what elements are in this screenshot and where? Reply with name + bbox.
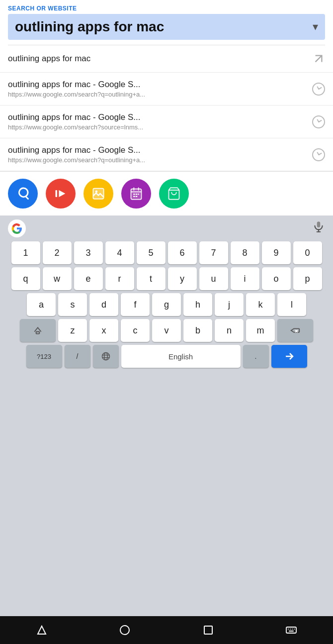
- suggestion-url: https://www.google.com/search?q=outlinin…: [8, 91, 266, 98]
- svg-marker-28: [38, 626, 46, 634]
- key-3[interactable]: 3: [74, 241, 103, 264]
- suggestion-list: outlining apps for mac outlining apps fo…: [0, 45, 333, 171]
- key-7[interactable]: 7: [199, 241, 228, 264]
- suggestion-item[interactable]: outlining apps for mac: [0, 45, 333, 73]
- key-b[interactable]: b: [183, 319, 212, 342]
- key-8[interactable]: 8: [231, 241, 259, 264]
- key-t[interactable]: t: [137, 267, 166, 290]
- key-n[interactable]: n: [215, 319, 244, 342]
- suggestion-item[interactable]: outlining apps for mac - Google S... htt…: [0, 138, 333, 171]
- number-row: 1 2 3 4 5 6 7 8 9 0: [4, 241, 329, 264]
- key-h[interactable]: h: [183, 293, 212, 316]
- svg-point-24: [104, 353, 107, 360]
- suggestion-text-block: outlining apps for mac - Google S... htt…: [8, 112, 306, 131]
- suggestion-text-block: outlining apps for mac: [8, 54, 306, 64]
- key-m[interactable]: m: [246, 319, 275, 342]
- svg-point-29: [120, 626, 129, 635]
- key-d[interactable]: d: [89, 293, 118, 316]
- search-label: SEARCH OR WEBSITE: [8, 5, 325, 12]
- globe-key[interactable]: [93, 345, 119, 368]
- svg-rect-31: [286, 627, 296, 633]
- keyboard-area: 1 2 3 4 5 6 7 8 9 0 q w e r t y u i o p …: [0, 215, 333, 616]
- space-key[interactable]: English: [121, 345, 241, 368]
- key-g[interactable]: g: [152, 293, 181, 316]
- key-a[interactable]: a: [27, 293, 56, 316]
- nav-back[interactable]: [30, 618, 54, 642]
- svg-rect-2: [56, 190, 58, 197]
- key-6[interactable]: 6: [168, 241, 197, 264]
- key-e[interactable]: e: [74, 267, 103, 290]
- suggestion-main-text: outlining apps for mac - Google S...: [8, 112, 306, 122]
- quick-action-search[interactable]: [8, 179, 38, 209]
- quick-action-video[interactable]: [46, 179, 76, 209]
- search-input-row[interactable]: outlining apps for mac ▾: [8, 14, 325, 40]
- enter-key[interactable]: [271, 345, 307, 368]
- nav-recent[interactable]: [196, 618, 220, 642]
- key-y[interactable]: y: [168, 267, 197, 290]
- svg-marker-1: [59, 190, 66, 197]
- key-1[interactable]: 1: [11, 241, 40, 264]
- suggestion-item[interactable]: outlining apps for mac - Google S... htt…: [0, 73, 333, 106]
- backspace-key[interactable]: [277, 319, 313, 342]
- suggestion-main-text: outlining apps for mac - Google S...: [8, 80, 306, 90]
- asdf-row: a s d f g h j k l: [4, 293, 329, 316]
- key-s[interactable]: s: [58, 293, 87, 316]
- key-5[interactable]: 5: [137, 241, 166, 264]
- zxcv-row: z x c v b n m: [4, 319, 329, 342]
- svg-rect-11: [133, 194, 135, 195]
- key-x[interactable]: x: [89, 319, 118, 342]
- symbol-key[interactable]: ?123: [26, 345, 62, 368]
- mic-icon[interactable]: [312, 220, 325, 237]
- bottom-nav: [0, 616, 333, 644]
- svg-point-5: [95, 191, 98, 193]
- google-logo: [8, 219, 26, 237]
- keyboard-rows: 1 2 3 4 5 6 7 8 9 0 q w e r t y u i o p …: [0, 239, 333, 616]
- svg-rect-20: [36, 332, 40, 334]
- shift-key[interactable]: [20, 319, 56, 342]
- key-o[interactable]: o: [262, 267, 291, 290]
- key-j[interactable]: j: [215, 293, 244, 316]
- key-c[interactable]: c: [121, 319, 150, 342]
- key-p[interactable]: p: [293, 267, 322, 290]
- key-w[interactable]: w: [43, 267, 72, 290]
- suggestion-text-block: outlining apps for mac - Google S... htt…: [8, 145, 306, 164]
- suggestion-main-text: outlining apps for mac - Google S...: [8, 145, 306, 155]
- svg-rect-13: [138, 194, 139, 195]
- svg-rect-14: [133, 196, 135, 197]
- key-i[interactable]: i: [231, 267, 259, 290]
- key-k[interactable]: k: [246, 293, 275, 316]
- search-input-text[interactable]: outlining apps for mac: [15, 19, 308, 35]
- key-0[interactable]: 0: [293, 241, 322, 264]
- key-r[interactable]: r: [105, 267, 134, 290]
- suggestion-item[interactable]: outlining apps for mac - Google S... htt…: [0, 106, 333, 138]
- suggestion-main-text: outlining apps for mac: [8, 54, 306, 64]
- quick-actions: [0, 171, 333, 215]
- qwerty-row: q w e r t y u i o p: [4, 267, 329, 290]
- svg-rect-15: [136, 196, 138, 197]
- chevron-down-icon[interactable]: ▾: [313, 20, 318, 33]
- key-v[interactable]: v: [152, 319, 181, 342]
- quick-action-image[interactable]: [83, 179, 113, 209]
- key-u[interactable]: u: [199, 267, 228, 290]
- nav-keyboard[interactable]: [279, 618, 303, 642]
- slash-key[interactable]: /: [65, 345, 90, 368]
- svg-rect-30: [204, 626, 212, 634]
- key-4[interactable]: 4: [105, 241, 134, 264]
- nav-home[interactable]: [113, 618, 137, 642]
- key-z[interactable]: z: [58, 319, 87, 342]
- clock-icon: [312, 83, 325, 96]
- keyboard-top-bar: [0, 215, 333, 239]
- key-2[interactable]: 2: [43, 241, 72, 264]
- quick-action-shopping[interactable]: [159, 179, 189, 209]
- quick-action-calendar[interactable]: [121, 179, 151, 209]
- suggestion-text-block: outlining apps for mac - Google S... htt…: [8, 80, 306, 98]
- bottom-row: ?123 / English .: [4, 345, 329, 368]
- key-f[interactable]: f: [121, 293, 150, 316]
- key-9[interactable]: 9: [262, 241, 291, 264]
- key-l[interactable]: l: [277, 293, 306, 316]
- arrow-icon: [312, 52, 325, 65]
- key-q[interactable]: q: [11, 267, 40, 290]
- period-key[interactable]: .: [243, 345, 269, 368]
- search-bar-area: SEARCH OR WEBSITE outlining apps for mac…: [0, 0, 333, 45]
- svg-rect-12: [136, 194, 138, 195]
